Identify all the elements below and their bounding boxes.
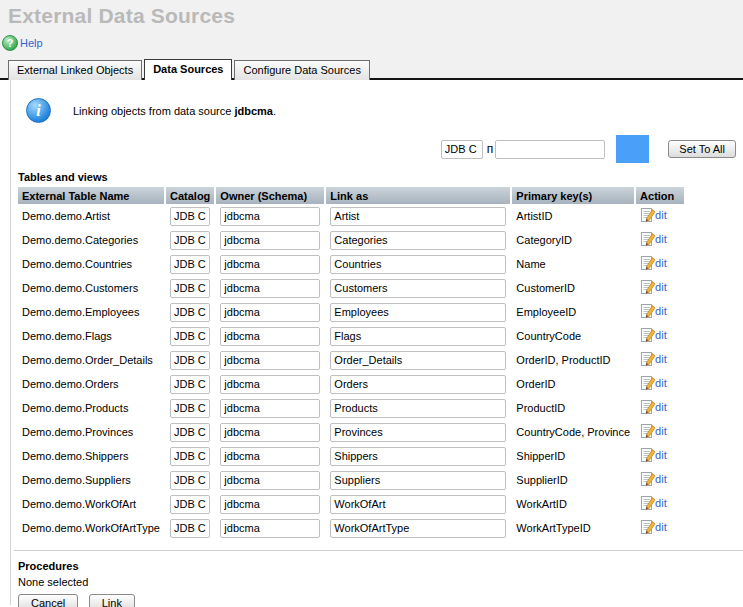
col-header-owner-schema: Owner (Schema) [216,187,324,204]
info-message-row: i Linking objects from data source jdbcm… [14,80,743,123]
catalog-input[interactable] [170,471,210,490]
set-all-owner-input[interactable] [495,140,605,159]
table-row: Demo.demo.Employees EmployeeID dit [18,300,684,324]
set-to-all-toolbar: п Set To All [14,135,736,163]
catalog-input[interactable] [170,327,210,346]
catalog-input[interactable] [170,279,210,298]
external-table-name-cell: Demo.demo.Countries [18,252,164,276]
edit-link-label: dit [655,305,667,317]
external-table-name-cell: Demo.demo.Customers [18,276,164,300]
edit-link[interactable]: dit [640,207,667,223]
owner-input[interactable] [220,447,320,466]
owner-input[interactable] [220,231,320,250]
catalog-input[interactable] [170,519,210,538]
edit-link[interactable]: dit [640,279,667,295]
link-as-input[interactable] [330,471,506,490]
external-table-name-cell: Demo.demo.Categories [18,228,164,252]
tab-bar: External Linked Objects Data Sources Con… [8,59,372,80]
primary-key-cell: WorkArtTypeID [512,516,634,540]
cancel-button[interactable]: Cancel [18,594,78,607]
footer-buttons: Cancel Link [14,593,743,607]
edit-link[interactable]: dit [640,399,667,415]
info-source-name: jdbcma [234,105,273,117]
catalog-input[interactable] [170,255,210,274]
owner-input[interactable] [220,375,320,394]
owner-input[interactable] [220,495,320,514]
owner-input[interactable] [220,327,320,346]
edit-icon [640,423,656,439]
tab-data-sources[interactable]: Data Sources [144,59,232,80]
catalog-input[interactable] [170,303,210,322]
link-button[interactable]: Link [89,594,135,607]
link-as-input[interactable] [330,495,506,514]
link-as-input[interactable] [330,447,506,466]
catalog-input[interactable] [170,351,210,370]
link-as-input[interactable] [330,327,506,346]
edit-link-label: dit [655,473,667,485]
help-icon[interactable]: ? [2,35,18,51]
edit-link[interactable]: dit [640,519,667,535]
col-header-action: Action [636,187,684,204]
link-as-input[interactable] [330,351,506,370]
primary-key-cell: CustomerID [512,276,634,300]
owner-input[interactable] [220,303,320,322]
primary-key-cell: OrderID, ProductID [512,348,634,372]
info-message: Linking objects from data source jdbcma. [73,105,276,117]
table-body: Demo.demo.Artist ArtistID dit Demo.demo.… [18,204,684,540]
info-icon: i [26,98,51,123]
primary-key-cell: EmployeeID [512,300,634,324]
edit-link[interactable]: dit [640,423,667,439]
col-header-external-table-name: External Table Name [18,187,164,204]
link-as-input[interactable] [330,303,506,322]
link-as-input[interactable] [330,399,506,418]
link-as-input[interactable] [330,375,506,394]
table-row: Demo.demo.Countries Name dit [18,252,684,276]
accent-block[interactable] [616,135,649,163]
external-table-name-cell: Demo.demo.Provinces [18,420,164,444]
page-title: External Data Sources [0,0,743,28]
edit-link[interactable]: dit [640,375,667,391]
link-as-input[interactable] [330,207,506,226]
link-as-input[interactable] [330,423,506,442]
procedures-title: Procedures [14,551,743,574]
table-row: Demo.demo.Shippers ShipperID dit [18,444,684,468]
edit-link[interactable]: dit [640,255,667,271]
owner-input[interactable] [220,351,320,370]
edit-link[interactable]: dit [640,351,667,367]
edit-link[interactable]: dit [640,303,667,319]
catalog-input[interactable] [170,447,210,466]
owner-input[interactable] [220,279,320,298]
owner-input[interactable] [220,207,320,226]
link-as-input[interactable] [330,519,506,538]
set-to-all-button[interactable]: Set To All [668,140,736,158]
link-as-input[interactable] [330,255,506,274]
tab-external-linked-objects[interactable]: External Linked Objects [8,60,142,80]
edit-link[interactable]: dit [640,327,667,343]
primary-key-cell: CategoryID [512,228,634,252]
catalog-input[interactable] [170,495,210,514]
link-as-input[interactable] [330,231,506,250]
primary-key-cell: OrderID [512,372,634,396]
tab-configure-data-sources[interactable]: Configure Data Sources [234,60,369,80]
owner-input[interactable] [220,399,320,418]
owner-input[interactable] [220,423,320,442]
owner-input[interactable] [220,471,320,490]
catalog-input[interactable] [170,231,210,250]
edit-link[interactable]: dit [640,471,667,487]
edit-link-label: dit [655,209,667,221]
edit-link[interactable]: dit [640,495,667,511]
primary-key-cell: ProductID [512,396,634,420]
set-all-catalog-input[interactable] [441,140,483,159]
link-as-input[interactable] [330,279,506,298]
table-row: Demo.demo.WorkOfArt WorkArtID dit [18,492,684,516]
catalog-input[interactable] [170,207,210,226]
help-link[interactable]: Help [20,37,43,49]
catalog-input[interactable] [170,423,210,442]
edit-link[interactable]: dit [640,447,667,463]
edit-link[interactable]: dit [640,231,667,247]
owner-input[interactable] [220,255,320,274]
catalog-input[interactable] [170,375,210,394]
edit-link-label: dit [655,425,667,437]
owner-input[interactable] [220,519,320,538]
catalog-input[interactable] [170,399,210,418]
